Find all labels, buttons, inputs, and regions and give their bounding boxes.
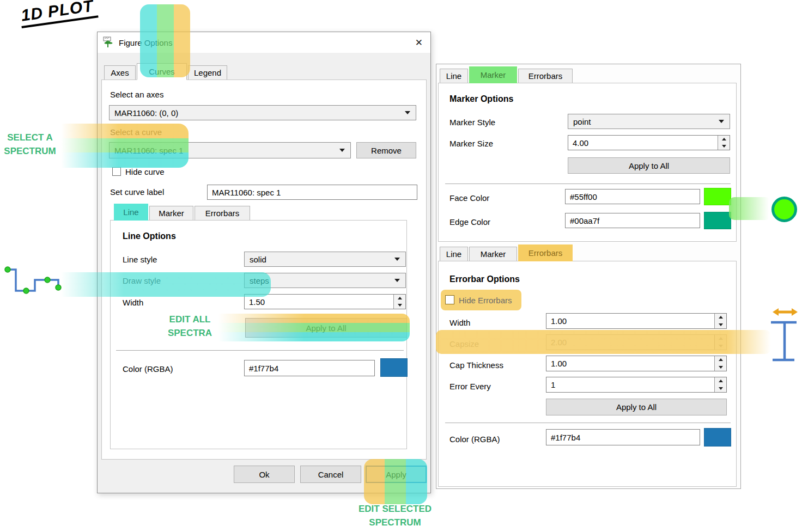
spin-down-icon[interactable] bbox=[718, 143, 730, 150]
apply-button[interactable]: Apply bbox=[366, 466, 427, 483]
errorbar-sample-icon bbox=[769, 319, 798, 363]
dialog-titlebar[interactable]: Figure Options ✕ bbox=[98, 32, 430, 53]
spinner-buttons[interactable] bbox=[714, 335, 726, 350]
style-panels-container: Line Marker Errorbars Marker Options Mar… bbox=[436, 64, 741, 489]
errorbar-color-swatch[interactable] bbox=[704, 428, 731, 447]
face-color-label: Face Color bbox=[449, 193, 489, 203]
spin-up-icon[interactable] bbox=[715, 314, 726, 321]
spinner-buttons[interactable] bbox=[714, 377, 726, 392]
select-axes-label: Select an axes bbox=[110, 90, 163, 99]
draw-style-label: Draw style bbox=[123, 276, 161, 285]
spinner-buttons[interactable] bbox=[714, 356, 726, 371]
ok-button[interactable]: Ok bbox=[234, 466, 295, 483]
capsize-arrow-icon bbox=[772, 307, 798, 317]
spin-down-icon[interactable] bbox=[394, 302, 405, 309]
plot-type-label: 1D PLOT bbox=[19, 0, 98, 28]
capsize-spinbox[interactable]: 2.00 bbox=[546, 334, 727, 350]
line-width-label: Width bbox=[123, 298, 143, 307]
draw-style-combobox[interactable]: steps bbox=[244, 273, 406, 288]
spin-down-icon[interactable] bbox=[715, 343, 726, 350]
axes-combobox[interactable]: MAR11060: (0, 0) bbox=[109, 105, 416, 120]
errorbar-panel-tab-line[interactable]: Line bbox=[440, 247, 468, 261]
edge-color-label: Edge Color bbox=[449, 217, 490, 227]
tab-legend[interactable]: Legend bbox=[188, 65, 227, 80]
errorbar-panel-tabbar: Line Marker Errorbars bbox=[440, 244, 574, 261]
close-icon[interactable]: ✕ bbox=[415, 37, 423, 48]
edge-color-value: #00aa7f bbox=[570, 216, 599, 225]
subtab-marker[interactable]: Marker bbox=[149, 206, 193, 221]
hide-curve-checkbox[interactable] bbox=[112, 167, 121, 176]
spin-down-icon[interactable] bbox=[715, 364, 726, 371]
marker-panel-tab-errorbars[interactable]: Errorbars bbox=[518, 69, 573, 83]
line-color-input[interactable]: #1f77b4 bbox=[244, 360, 375, 376]
face-color-value: #55ff00 bbox=[570, 192, 597, 201]
figure-options-dialog: Figure Options ✕ Axes Curves Legend Sele… bbox=[97, 32, 431, 493]
spin-up-icon[interactable] bbox=[715, 377, 726, 385]
marker-style-value: point bbox=[573, 117, 591, 126]
spin-up-icon[interactable] bbox=[718, 136, 730, 143]
curve-combobox[interactable]: MAR11060: spec 1 bbox=[109, 142, 351, 158]
hide-errorbars-checkbox[interactable] bbox=[445, 295, 454, 304]
errorbar-options-heading: Errorbar Options bbox=[449, 274, 520, 284]
face-color-input[interactable]: #55ff00 bbox=[565, 189, 700, 204]
error-every-spinbox[interactable]: 1 bbox=[546, 377, 727, 393]
chevron-down-icon bbox=[339, 149, 345, 152]
dialog-title: Figure Options bbox=[119, 38, 172, 47]
marker-size-spinbox[interactable]: 4.00 bbox=[568, 135, 730, 150]
errorbar-width-spinbox[interactable]: 1.00 bbox=[546, 313, 727, 329]
errorbar-color-value: #1f77b4 bbox=[551, 433, 580, 442]
chevron-down-icon bbox=[719, 120, 724, 123]
marker-apply-to-all-button[interactable]: Apply to All bbox=[568, 157, 730, 174]
errorbar-color-label: Color (RGBA) bbox=[449, 435, 500, 444]
spin-down-icon[interactable] bbox=[715, 321, 726, 329]
cap-thickness-spinbox[interactable]: 1.00 bbox=[546, 356, 727, 371]
line-options-pane: Line Options Line style solid Draw style… bbox=[110, 220, 407, 449]
edge-color-swatch[interactable] bbox=[704, 212, 731, 229]
tab-axes[interactable]: Axes bbox=[104, 65, 136, 80]
cancel-button[interactable]: Cancel bbox=[300, 466, 361, 483]
line-apply-to-all-button[interactable]: Apply to All bbox=[245, 318, 407, 338]
divider bbox=[445, 423, 731, 423]
curve-combobox-value: MAR11060: spec 1 bbox=[114, 146, 183, 155]
edge-color-input[interactable]: #00aa7f bbox=[565, 213, 700, 228]
errorbar-apply-to-all-button[interactable]: Apply to All bbox=[546, 399, 727, 415]
errorbar-panel-tab-errorbars[interactable]: Errorbars bbox=[518, 244, 573, 261]
set-curve-label-label: Set curve label bbox=[110, 187, 164, 197]
line-style-label: Line style bbox=[123, 255, 157, 264]
marker-panel-tab-line[interactable]: Line bbox=[440, 69, 468, 83]
marker-panel-tab-marker[interactable]: Marker bbox=[469, 66, 517, 83]
draw-style-value: steps bbox=[250, 276, 269, 285]
marker-options-heading: Marker Options bbox=[449, 94, 513, 104]
curve-label-value: MAR11060: spec 1 bbox=[212, 188, 281, 197]
marker-panel-tabbar: Line Marker Errorbars bbox=[440, 66, 574, 83]
subtab-errorbars[interactable]: Errorbars bbox=[195, 206, 250, 221]
curve-label-input[interactable]: MAR11060: spec 1 bbox=[207, 185, 417, 200]
spin-down-icon[interactable] bbox=[715, 385, 726, 393]
face-color-swatch[interactable] bbox=[704, 188, 731, 205]
error-every-label: Error Every bbox=[449, 382, 491, 391]
divider bbox=[116, 350, 404, 351]
spinner-buttons[interactable] bbox=[718, 136, 730, 150]
line-style-combobox[interactable]: solid bbox=[244, 252, 406, 267]
spin-up-icon[interactable] bbox=[394, 295, 405, 302]
subtab-line[interactable]: Line bbox=[114, 204, 148, 221]
spin-up-icon[interactable] bbox=[715, 335, 726, 343]
spinner-buttons[interactable] bbox=[714, 314, 726, 328]
cap-thickness-value: 1.00 bbox=[551, 359, 567, 368]
errorbar-panel-tab-marker[interactable]: Marker bbox=[469, 247, 517, 261]
matplotlib-app-icon bbox=[103, 36, 114, 48]
spin-up-icon[interactable] bbox=[715, 356, 726, 364]
cap-thickness-label: Cap Thickness bbox=[449, 360, 503, 370]
marker-style-combobox[interactable]: point bbox=[568, 114, 730, 129]
error-every-value: 1 bbox=[551, 380, 555, 389]
marker-size-value: 4.00 bbox=[573, 138, 588, 148]
line-color-swatch[interactable] bbox=[380, 358, 408, 377]
spinner-buttons[interactable] bbox=[393, 295, 405, 309]
errorbar-color-input[interactable]: #1f77b4 bbox=[546, 429, 700, 445]
marker-style-label: Marker Style bbox=[449, 118, 495, 127]
remove-curve-button[interactable]: Remove bbox=[356, 142, 416, 158]
line-width-spinbox[interactable]: 1.50 bbox=[244, 294, 406, 309]
tab-curves[interactable]: Curves bbox=[137, 63, 187, 80]
capsize-value: 2.00 bbox=[551, 338, 567, 347]
hide-curve-label: Hide curve bbox=[125, 167, 165, 176]
